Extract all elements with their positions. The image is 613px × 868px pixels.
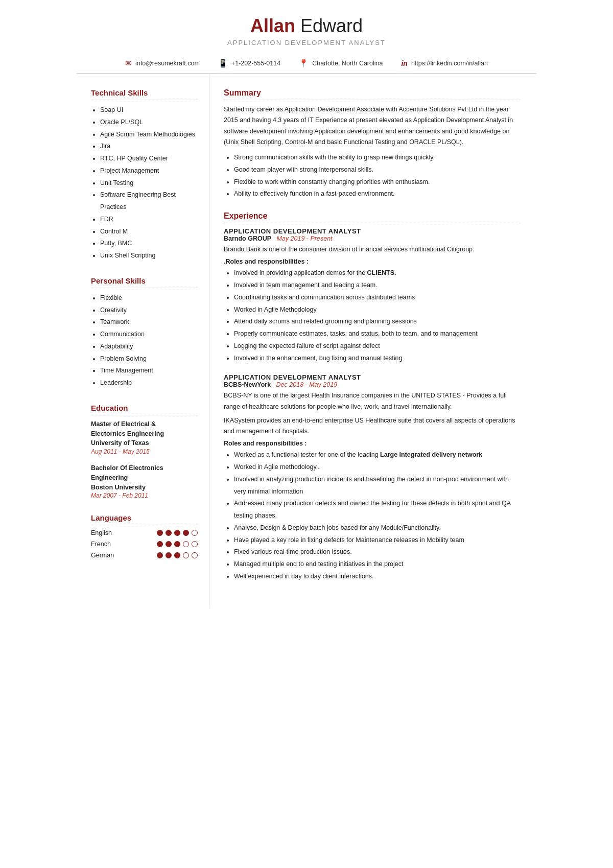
edu-entry-2: Bachelor Of ElectronicsEngineeringBoston… <box>91 463 198 499</box>
languages-section: Languages English French <box>91 513 198 559</box>
candidate-name: Allan Edward <box>97 15 516 37</box>
exp-list-1: Involved in providing application demos … <box>224 267 520 364</box>
summary-list: Strong communication skills with the abi… <box>224 152 520 200</box>
email-icon: ✉ <box>125 59 132 68</box>
exp-entry-2: APPLICATION DEVELOPMENT ANALYST BCBS-New… <box>224 373 520 582</box>
email-text: info@resumekraft.com <box>135 60 200 67</box>
dot <box>192 530 198 536</box>
list-item: Strong communication skills with the abi… <box>234 152 520 164</box>
dot <box>157 541 163 547</box>
list-item: Ability to effectively function in a fas… <box>234 188 520 200</box>
experience-section: Experience APPLICATION DEVELOPMENT ANALY… <box>224 212 520 583</box>
list-item: Software Engineering Best Practices <box>100 189 198 214</box>
location-icon: 📍 <box>299 59 309 68</box>
list-item: RTC, HP Quality Center <box>100 153 198 165</box>
dot <box>166 541 172 547</box>
dot <box>183 530 189 536</box>
exp-company-1: Barndo GROUP <box>224 235 271 242</box>
lang-name-english: English <box>91 529 127 536</box>
lang-name-german: German <box>91 552 127 559</box>
dot <box>166 552 172 558</box>
phone-text: +1-202-555-0114 <box>231 60 280 67</box>
exp-date-1: May 2019 - Present <box>276 235 332 242</box>
list-item: Putty, BMC <box>100 238 198 250</box>
list-item: Unit Testing <box>100 177 198 190</box>
exp-entry-1: APPLICATION DEVELOPMENT ANALYST Barndo G… <box>224 227 520 364</box>
first-name: Allan <box>250 15 295 36</box>
contact-bar: ✉ info@resumekraft.com 📱 +1-202-555-0114… <box>77 52 536 74</box>
list-item: Flexible to work within constantly chang… <box>234 176 520 189</box>
exp-date-2: Dec 2018 - May 2019 <box>276 381 338 388</box>
exp-company-line-1: Barndo GROUP May 2019 - Present <box>224 235 520 242</box>
dot <box>166 530 172 536</box>
main-content: Technical Skills Soap UI Oracle PL/SQL A… <box>77 74 536 608</box>
dot <box>174 552 180 558</box>
dot <box>174 530 180 536</box>
list-item: Involved in analyzing production inciden… <box>234 474 520 498</box>
list-item: Fixed various real-time production issue… <box>234 546 520 558</box>
list-item: Creativity <box>100 304 198 317</box>
edu-entry-1: Master of Electrical &Electornics Engine… <box>91 419 198 455</box>
exp-company-line-2: BCBS-NewYork Dec 2018 - May 2019 <box>224 381 520 388</box>
exp-desc-2a: BCBS-NY is one of the largest Health Ins… <box>224 390 520 412</box>
list-item: Managed multiple end to end testing init… <box>234 558 520 571</box>
list-item: Teamwork <box>100 316 198 329</box>
list-item: Analyse, Design & Deploy batch jobs base… <box>234 522 520 534</box>
list-item: Attend daily scrums and related grooming… <box>234 316 520 328</box>
list-item: Unix Shell Scripting <box>100 250 198 262</box>
list-item: Flexible <box>100 292 198 304</box>
list-item: Worked in Agile methodology.. <box>234 461 520 474</box>
summary-title: Summary <box>224 88 520 100</box>
dot <box>174 541 180 547</box>
exp-roles-title-2: Roles and responsibilities : <box>224 440 520 447</box>
exp-desc-1: Brando Bank is one of the consumer divis… <box>224 244 520 255</box>
list-item: Worked in Agile Methodology <box>234 304 520 316</box>
list-item: Jira <box>100 140 198 153</box>
list-item: Involved in team management and leading … <box>234 279 520 292</box>
dot <box>157 552 163 558</box>
main-area: Summary Started my career as Application… <box>209 74 536 608</box>
edu-date-2: Mar 2007 - Feb 2011 <box>91 492 198 499</box>
contact-phone: 📱 +1-202-555-0114 <box>218 59 280 68</box>
location-text: Charlotte, North Carolina <box>312 60 383 67</box>
experience-title: Experience <box>224 212 520 223</box>
list-item: Involved in the enhancement, bug fixing … <box>234 353 520 365</box>
lang-dots-french <box>157 541 198 547</box>
dot <box>192 552 198 558</box>
personal-skills-section: Personal Skills Flexible Creativity Team… <box>91 276 198 389</box>
lang-name-french: French <box>91 541 127 548</box>
personal-skills-list: Flexible Creativity Teamwork Communicati… <box>91 292 198 389</box>
list-item: Well experienced in day to day client in… <box>234 571 520 583</box>
list-item: Involved in providing application demos … <box>234 267 520 279</box>
lang-row-english: English <box>91 529 198 536</box>
technical-skills-list: Soap UI Oracle PL/SQL Agile Scrum Team M… <box>91 104 198 262</box>
linkedin-text: https://linkedin.com/in/allan <box>411 60 488 67</box>
last-name: Edward <box>300 15 363 36</box>
list-item: Oracle PL/SQL <box>100 116 198 129</box>
dot <box>183 541 189 547</box>
edu-date-1: Aug 2011 - May 2015 <box>91 448 198 455</box>
list-item: Time Management <box>100 365 198 377</box>
list-item: Coordinating tasks and communication acr… <box>234 292 520 304</box>
resume: Allan Edward APPLICATION DEVELOPMENT ANA… <box>77 0 536 608</box>
dot <box>157 530 163 536</box>
exp-company-2: BCBS-NewYork <box>224 381 271 388</box>
contact-linkedin[interactable]: in https://linkedin.com/in/allan <box>401 59 488 67</box>
exp-job-title-2: APPLICATION DEVELOPMENT ANALYST <box>224 373 520 381</box>
exp-job-title-1: APPLICATION DEVELOPMENT ANALYST <box>224 227 520 235</box>
education-section: Education Master of Electrical &Electorn… <box>91 404 198 500</box>
education-title: Education <box>91 404 198 415</box>
list-item: Soap UI <box>100 104 198 116</box>
lang-row-german: German <box>91 552 198 559</box>
lang-row-french: French <box>91 541 198 548</box>
linkedin-icon: in <box>401 59 407 67</box>
summary-text: Started my career as Application Develop… <box>224 104 520 148</box>
edu-degree-1: Master of Electrical &Electornics Engine… <box>91 419 198 448</box>
header-section: Allan Edward APPLICATION DEVELOPMENT ANA… <box>77 0 536 52</box>
dot <box>192 541 198 547</box>
list-item: Agile Scrum Team Methodologies <box>100 129 198 141</box>
technical-skills-title: Technical Skills <box>91 88 198 100</box>
exp-list-2: Worked as a functional tester for one of… <box>224 449 520 582</box>
list-item: Adaptability <box>100 341 198 353</box>
list-item: Control M <box>100 226 198 238</box>
